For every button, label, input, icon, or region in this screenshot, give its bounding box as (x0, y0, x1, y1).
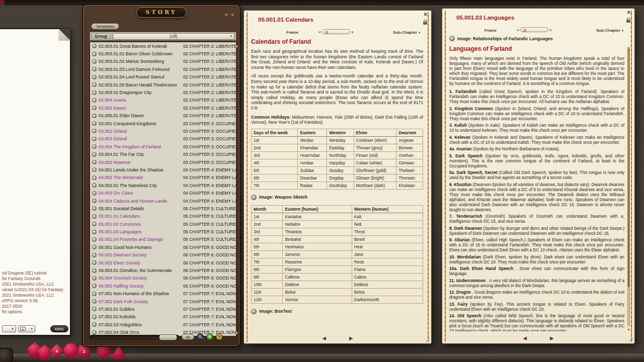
language-entry: 11. Undercommon . A very old dialect of … (449, 278, 624, 288)
chat-emote-select[interactable]: ▼ (18, 325, 35, 332)
list-item[interactable]: 06.003.01 Glorallon, the Summervale 06 C… (90, 266, 236, 274)
story-window-title: STORY (136, 7, 186, 18)
list-item[interactable]: 02.004 Anaria 02 CHAPTER 2: LIBERATED (90, 97, 236, 104)
list-item[interactable]: 07.001 Non-Humans of the Shadow 07 CHAPT… (90, 290, 236, 298)
previous-page-button[interactable]: ◀ (322, 335, 326, 341)
entry-chapter: 03 CHAPTER 3: OCCUPIED L (183, 152, 236, 157)
list-item[interactable]: 03.003 Zeland 03 CHAPTER 3: OCCUPIED L (90, 135, 236, 143)
close-icon[interactable]: ✕ (424, 12, 428, 17)
lock-icon[interactable] (423, 22, 427, 25)
list-item[interactable]: 04.001 Lands Under the Shadow 04 CHAPTER… (90, 166, 236, 173)
scroll-up-icon[interactable]: ◆ (235, 44, 238, 48)
list-item[interactable]: 03.001 Conquered Kingdoms 03 CHAPTER 3: … (90, 120, 236, 127)
list-item[interactable]: 03.002 Orland 03 CHAPTER 3: OCCUPIED L (90, 127, 236, 135)
language-entry: 4. Kelevan (Spoken in Kelerak and Daven)… (449, 135, 624, 145)
entry-title: 06.003 Elven Society (99, 260, 183, 265)
list-item[interactable]: 02.003.01.05 Baron Harald Thodricsson 02… (90, 81, 236, 88)
frame-label: Frame (485, 28, 497, 33)
close-icon[interactable]: ✕ (230, 13, 234, 18)
edit-button[interactable]: ✎ (216, 333, 223, 340)
list-scroll-slider[interactable] (90, 335, 179, 339)
list-item[interactable]: 02.003.01.03 Lord Damion Felmund 02 CHAP… (90, 65, 236, 73)
filter-all-button[interactable]: All (182, 334, 194, 340)
story-page-content: Image: Relationships of Farlandic Langua… (449, 36, 624, 331)
list-item[interactable]: 05.001 Societal Details 05 CHAPTER 5: CU… (90, 205, 236, 212)
story-entry-icon (92, 299, 97, 304)
list-item[interactable]: 03.004 The Kingdom of Farland 03 CHAPTER… (90, 143, 236, 150)
list-item[interactable]: 05.001.04 Proverbs and Sayings 05 CHAPTE… (90, 236, 236, 243)
list-item[interactable]: 04.002 The Wintervale 04 CHAPTER 4: ENEM… (90, 174, 236, 182)
scrollbar[interactable] (627, 47, 630, 326)
subchapter-control[interactable]: Sub-Chapter ▾ (596, 28, 623, 33)
list-item[interactable]: 06.002 Dwarven Society 06 CHAPTER 6: GOO… (90, 251, 236, 259)
list-item[interactable]: 06.004 Gnomish Society 06 CHAPTER 6: GOO… (90, 275, 236, 282)
list-item[interactable]: 06.005 Halfling Society 06 CHAPTER 6: GO… (90, 282, 236, 290)
add-entry-button[interactable]: + (206, 333, 213, 340)
scrollbar-thumb[interactable] (628, 48, 629, 287)
list-item[interactable]: 02.003.01 Great Barons of Kelerak 02 CHA… (90, 42, 236, 50)
list-item[interactable]: 02.003.01.02 Marius Sonnesberg 02 CHAPTE… (90, 58, 236, 65)
list-item[interactable]: 06.001 Good Non-Humans 06 CHAPTER 6: GOO… (90, 243, 236, 251)
subchapter-control[interactable]: Sub-Chapter ▾ (393, 30, 420, 35)
arrow-right-icon[interactable]: ▸ (352, 30, 354, 34)
list-item[interactable]: 02.005 Daven 02 CHAPTER 2: LIBERATED (90, 104, 236, 112)
close-icon[interactable]: ✕ (224, 13, 228, 18)
list-item[interactable]: 07.002.02 Kobolds 07 CHAPTER 7: EVIL NON… (90, 313, 236, 321)
list-item[interactable]: 04.004 Cadocia and Human Lands 04 CHAPTE… (90, 197, 236, 205)
die[interactable] (63, 343, 78, 358)
image-link-boxtext[interactable]: Image: BoxText (251, 309, 423, 314)
slider-handle[interactable] (325, 31, 328, 34)
arrow-left-icon[interactable]: ◂ (517, 28, 519, 32)
list-item[interactable]: 06.003 Elven Society 06 CHAPTER 6: GOOD … (90, 259, 236, 266)
close-icon[interactable]: ✕ (627, 10, 631, 15)
templates-button[interactable]: Templates (91, 23, 119, 30)
list-item[interactable]: 02.003.02 Dragonspur City 02 CHAPTER 2: … (90, 88, 236, 96)
list-item[interactable]: 03.004.01 The Far City 03 CHAPTER 3: OCC… (90, 150, 236, 158)
list-item[interactable]: 02.003.01.04 Lord Russel Starsul 02 CHAP… (90, 73, 236, 81)
group-select[interactable]: (All) ▼ (113, 33, 235, 40)
chat-message: eRPG version 5.06, (2, 298, 70, 304)
list-item[interactable]: 02.005.01 Elder Daven 02 CHAPTER 2: LIBE… (90, 112, 236, 120)
next-page-button[interactable]: ▶ (550, 335, 554, 341)
image-link-weapon-sketch[interactable]: Image: Weapon Sketch (251, 195, 423, 200)
list-item[interactable]: 04.002.01 The Nameless City 04 CHAPTER 4… (90, 182, 236, 189)
die[interactable]: 8 (50, 344, 64, 358)
chat-mode-select[interactable]: ▼ (2, 325, 16, 332)
search-icon (199, 335, 201, 338)
story-entry-list[interactable]: 02.003.01 Great Barons of Kelerak 02 CHA… (90, 42, 236, 336)
table-cell: Glorfinaer (gold) (354, 166, 396, 174)
list-item[interactable]: 05.001.02 Currencies 05 CHAPTER 5: CULTU… (90, 220, 236, 228)
entry-chapter: 02 CHAPTER 2: LIBERATED (183, 82, 236, 87)
list-item[interactable]: 07.002.03 Hobgoblins 07 CHAPTER 7: EVIL … (90, 321, 236, 328)
list-item[interactable]: 05.001.01 Calendars 05 CHAPTER 5: CULTUR… (90, 213, 236, 220)
link-icon (251, 195, 257, 200)
frame-slider[interactable]: ◂ ▸ (318, 29, 354, 34)
list-item[interactable]: 05.001.03 Languages 05 CHAPTER 5: CULTUR… (90, 228, 236, 235)
story-entry-icon (92, 129, 97, 133)
list-item[interactable]: 04.003 Orc Cities 04 CHAPTER 4: ENEMY LA… (90, 189, 236, 197)
list-item[interactable]: 07.002 Dark Folk Society 07 CHAPTER 7: E… (90, 298, 236, 305)
entry-title: 04.003 Orc Cities (99, 191, 183, 196)
list-item[interactable]: 03.005 Wawmar 03 CHAPTER 3: OCCUPIED L (90, 158, 236, 166)
previous-page-button[interactable]: ◀ (523, 335, 527, 341)
slider-handle[interactable] (159, 334, 177, 340)
frame-slider-track[interactable] (520, 27, 548, 32)
slider-handle[interactable] (523, 29, 526, 32)
entry-title: 05.001.02 Currencies (99, 222, 183, 227)
lock-icon[interactable] (626, 20, 630, 23)
image-link-language-relationships[interactable]: Image: Relationships of Farlandic Langua… (449, 36, 624, 41)
frame-slider-track[interactable] (322, 29, 350, 34)
search-button[interactable] (197, 333, 204, 340)
list-item[interactable]: 07.002.01 Goblins 07 CHAPTER 7: EVIL NON… (90, 305, 236, 313)
entry-chapter: 06 CHAPTER 6: GOOD NON (183, 252, 236, 257)
scroll-down-icon[interactable]: ▼ (627, 328, 630, 331)
chat-window: nd Dragons (5E) rulesetfor Fantasy Groun… (0, 28, 71, 336)
arrow-left-icon[interactable]: ◂ (318, 30, 320, 34)
frame-slider[interactable]: ◂ ▸ (517, 27, 552, 32)
table-cell: Flame (352, 265, 423, 273)
ooc-button[interactable]: OOC (50, 325, 68, 332)
next-page-button[interactable]: ▶ (349, 335, 353, 341)
list-item[interactable]: 02.003.01.01 Baron Oliver Goldcrown 02 C… (90, 50, 236, 57)
arrow-right-icon[interactable]: ▸ (550, 28, 552, 32)
modifier-box[interactable] (0, 348, 13, 362)
